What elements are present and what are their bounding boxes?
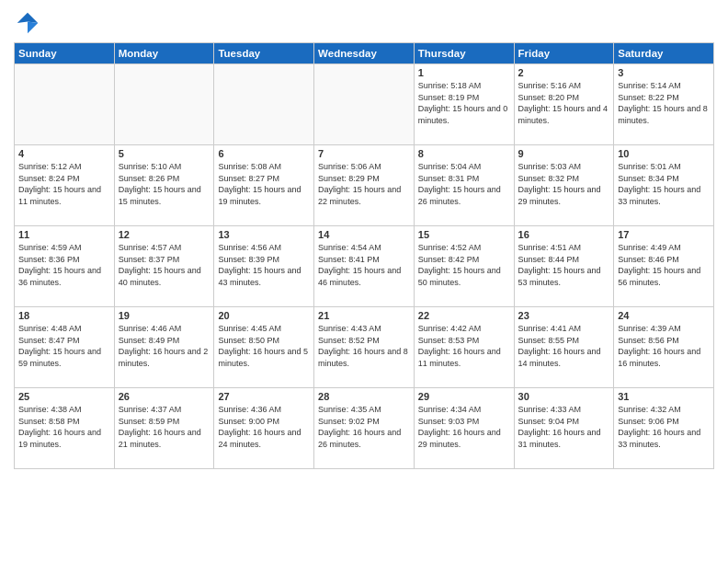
day-info: Sunrise: 4:41 AM Sunset: 8:55 PM Dayligh… bbox=[518, 323, 610, 369]
calendar-cell: 16Sunrise: 4:51 AM Sunset: 8:44 PM Dayli… bbox=[514, 226, 614, 307]
day-info: Sunrise: 4:32 AM Sunset: 9:06 PM Dayligh… bbox=[618, 404, 710, 450]
day-number: 17 bbox=[618, 229, 710, 240]
calendar-header-wednesday: Wednesday bbox=[314, 43, 415, 64]
day-info: Sunrise: 5:18 AM Sunset: 8:19 PM Dayligh… bbox=[418, 80, 510, 126]
day-number: 26 bbox=[119, 391, 210, 402]
day-number: 19 bbox=[119, 310, 210, 321]
day-info: Sunrise: 4:37 AM Sunset: 8:59 PM Dayligh… bbox=[119, 404, 210, 450]
day-number: 8 bbox=[418, 148, 510, 159]
calendar-cell: 30Sunrise: 4:33 AM Sunset: 9:04 PM Dayli… bbox=[514, 388, 614, 469]
day-info: Sunrise: 5:06 AM Sunset: 8:29 PM Dayligh… bbox=[318, 161, 410, 207]
calendar-week-1: 1Sunrise: 5:18 AM Sunset: 8:19 PM Daylig… bbox=[15, 64, 714, 145]
calendar-header-sunday: Sunday bbox=[15, 43, 115, 64]
calendar-cell: 8Sunrise: 5:04 AM Sunset: 8:31 PM Daylig… bbox=[414, 145, 514, 226]
calendar-cell: 28Sunrise: 4:35 AM Sunset: 9:02 PM Dayli… bbox=[314, 388, 415, 469]
calendar-header-row: SundayMondayTuesdayWednesdayThursdayFrid… bbox=[15, 43, 714, 64]
day-info: Sunrise: 4:45 AM Sunset: 8:50 PM Dayligh… bbox=[218, 323, 310, 369]
day-info: Sunrise: 4:56 AM Sunset: 8:39 PM Dayligh… bbox=[218, 242, 310, 288]
day-info: Sunrise: 5:12 AM Sunset: 8:24 PM Dayligh… bbox=[18, 161, 110, 207]
calendar-cell: 27Sunrise: 4:36 AM Sunset: 9:00 PM Dayli… bbox=[214, 388, 314, 469]
calendar-cell: 12Sunrise: 4:57 AM Sunset: 8:37 PM Dayli… bbox=[114, 226, 214, 307]
calendar-cell: 29Sunrise: 4:34 AM Sunset: 9:03 PM Dayli… bbox=[414, 388, 514, 469]
calendar-cell bbox=[15, 64, 115, 145]
day-info: Sunrise: 4:33 AM Sunset: 9:04 PM Dayligh… bbox=[518, 404, 610, 450]
calendar-cell: 3Sunrise: 5:14 AM Sunset: 8:22 PM Daylig… bbox=[614, 64, 714, 145]
day-number: 15 bbox=[418, 229, 510, 240]
day-info: Sunrise: 4:36 AM Sunset: 9:00 PM Dayligh… bbox=[218, 404, 310, 450]
calendar-cell: 24Sunrise: 4:39 AM Sunset: 8:56 PM Dayli… bbox=[614, 307, 714, 388]
logo-icon bbox=[14, 9, 41, 37]
calendar-header-saturday: Saturday bbox=[614, 43, 714, 64]
day-info: Sunrise: 4:43 AM Sunset: 8:52 PM Dayligh… bbox=[318, 323, 410, 369]
calendar-cell: 18Sunrise: 4:48 AM Sunset: 8:47 PM Dayli… bbox=[15, 307, 115, 388]
calendar-cell bbox=[114, 64, 214, 145]
day-info: Sunrise: 5:08 AM Sunset: 8:27 PM Dayligh… bbox=[218, 161, 310, 207]
day-number: 22 bbox=[418, 310, 510, 321]
day-number: 30 bbox=[518, 391, 610, 402]
calendar-cell: 23Sunrise: 4:41 AM Sunset: 8:55 PM Dayli… bbox=[514, 307, 614, 388]
calendar-cell: 17Sunrise: 4:49 AM Sunset: 8:46 PM Dayli… bbox=[614, 226, 714, 307]
day-number: 14 bbox=[318, 229, 410, 240]
day-info: Sunrise: 4:39 AM Sunset: 8:56 PM Dayligh… bbox=[618, 323, 710, 369]
day-number: 31 bbox=[618, 391, 710, 402]
calendar-cell: 25Sunrise: 4:38 AM Sunset: 8:58 PM Dayli… bbox=[15, 388, 115, 469]
day-info: Sunrise: 5:14 AM Sunset: 8:22 PM Dayligh… bbox=[618, 80, 710, 126]
day-info: Sunrise: 4:38 AM Sunset: 8:58 PM Dayligh… bbox=[18, 404, 110, 450]
day-number: 16 bbox=[518, 229, 610, 240]
day-info: Sunrise: 4:46 AM Sunset: 8:49 PM Dayligh… bbox=[119, 323, 210, 369]
day-number: 23 bbox=[518, 310, 610, 321]
day-info: Sunrise: 4:57 AM Sunset: 8:37 PM Dayligh… bbox=[119, 242, 210, 288]
calendar-cell: 22Sunrise: 4:42 AM Sunset: 8:53 PM Dayli… bbox=[414, 307, 514, 388]
calendar-cell: 10Sunrise: 5:01 AM Sunset: 8:34 PM Dayli… bbox=[614, 145, 714, 226]
day-info: Sunrise: 5:10 AM Sunset: 8:26 PM Dayligh… bbox=[119, 161, 210, 207]
calendar-cell: 15Sunrise: 4:52 AM Sunset: 8:42 PM Dayli… bbox=[414, 226, 514, 307]
calendar-week-2: 4Sunrise: 5:12 AM Sunset: 8:24 PM Daylig… bbox=[15, 145, 714, 226]
day-number: 7 bbox=[318, 148, 410, 159]
day-info: Sunrise: 4:35 AM Sunset: 9:02 PM Dayligh… bbox=[318, 404, 410, 450]
day-number: 11 bbox=[18, 229, 110, 240]
calendar-week-4: 18Sunrise: 4:48 AM Sunset: 8:47 PM Dayli… bbox=[15, 307, 714, 388]
day-info: Sunrise: 4:54 AM Sunset: 8:41 PM Dayligh… bbox=[318, 242, 410, 288]
svg-marker-0 bbox=[17, 13, 39, 23]
logo bbox=[14, 9, 45, 37]
calendar-cell: 21Sunrise: 4:43 AM Sunset: 8:52 PM Dayli… bbox=[314, 307, 415, 388]
day-info: Sunrise: 4:59 AM Sunset: 8:36 PM Dayligh… bbox=[18, 242, 110, 288]
calendar-cell: 6Sunrise: 5:08 AM Sunset: 8:27 PM Daylig… bbox=[214, 145, 314, 226]
day-info: Sunrise: 4:34 AM Sunset: 9:03 PM Dayligh… bbox=[418, 404, 510, 450]
day-number: 9 bbox=[518, 148, 610, 159]
calendar-cell: 31Sunrise: 4:32 AM Sunset: 9:06 PM Dayli… bbox=[614, 388, 714, 469]
day-number: 20 bbox=[218, 310, 310, 321]
day-info: Sunrise: 5:01 AM Sunset: 8:34 PM Dayligh… bbox=[618, 161, 710, 207]
calendar-cell bbox=[214, 64, 314, 145]
calendar-cell: 20Sunrise: 4:45 AM Sunset: 8:50 PM Dayli… bbox=[214, 307, 314, 388]
day-number: 2 bbox=[518, 67, 610, 78]
day-number: 25 bbox=[18, 391, 110, 402]
day-info: Sunrise: 5:04 AM Sunset: 8:31 PM Dayligh… bbox=[418, 161, 510, 207]
calendar-header-thursday: Thursday bbox=[414, 43, 514, 64]
calendar-cell: 5Sunrise: 5:10 AM Sunset: 8:26 PM Daylig… bbox=[114, 145, 214, 226]
calendar-header-monday: Monday bbox=[114, 43, 214, 64]
calendar-cell: 4Sunrise: 5:12 AM Sunset: 8:24 PM Daylig… bbox=[15, 145, 115, 226]
day-info: Sunrise: 4:48 AM Sunset: 8:47 PM Dayligh… bbox=[18, 323, 110, 369]
calendar-cell: 2Sunrise: 5:16 AM Sunset: 8:20 PM Daylig… bbox=[514, 64, 614, 145]
calendar-cell: 13Sunrise: 4:56 AM Sunset: 8:39 PM Dayli… bbox=[214, 226, 314, 307]
svg-marker-1 bbox=[28, 22, 38, 34]
day-info: Sunrise: 5:16 AM Sunset: 8:20 PM Dayligh… bbox=[518, 80, 610, 126]
day-number: 27 bbox=[218, 391, 310, 402]
day-number: 13 bbox=[218, 229, 310, 240]
day-number: 4 bbox=[18, 148, 110, 159]
day-info: Sunrise: 4:51 AM Sunset: 8:44 PM Dayligh… bbox=[518, 242, 610, 288]
calendar-header-friday: Friday bbox=[514, 43, 614, 64]
calendar-header-tuesday: Tuesday bbox=[214, 43, 314, 64]
day-number: 21 bbox=[318, 310, 410, 321]
day-number: 18 bbox=[18, 310, 110, 321]
calendar-cell: 26Sunrise: 4:37 AM Sunset: 8:59 PM Dayli… bbox=[114, 388, 214, 469]
calendar-cell bbox=[314, 64, 415, 145]
day-number: 12 bbox=[119, 229, 210, 240]
calendar-cell: 1Sunrise: 5:18 AM Sunset: 8:19 PM Daylig… bbox=[414, 64, 514, 145]
calendar-cell: 14Sunrise: 4:54 AM Sunset: 8:41 PM Dayli… bbox=[314, 226, 415, 307]
calendar-week-5: 25Sunrise: 4:38 AM Sunset: 8:58 PM Dayli… bbox=[15, 388, 714, 469]
calendar: SundayMondayTuesdayWednesdayThursdayFrid… bbox=[14, 42, 714, 469]
calendar-cell: 7Sunrise: 5:06 AM Sunset: 8:29 PM Daylig… bbox=[314, 145, 415, 226]
header bbox=[14, 9, 714, 37]
